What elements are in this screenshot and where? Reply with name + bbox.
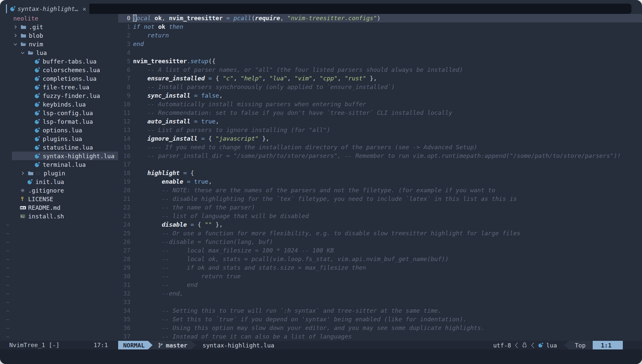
code-line-text: sync_install = false, [133, 91, 223, 100]
code-line-10[interactable]: 10 -- Automatically install missing pars… [118, 100, 642, 109]
line-number: 2 [118, 31, 130, 40]
line-number: 26 [118, 238, 130, 246]
code-line-0[interactable]: 0local ok, nvim_treesitter = pcall(requi… [118, 14, 642, 23]
chevron-right-icon [13, 33, 21, 38]
tree-item-gitignore[interactable]: .gitignore [0, 186, 118, 195]
code-line-1[interactable]: 1if not ok then [118, 23, 642, 31]
tree-item-fuzzy-finder-lua[interactable]: fuzzy-finder.lua [0, 91, 118, 100]
tree-item-keybinds-lua[interactable]: keybinds.lua [0, 100, 118, 109]
chevron-right-icon [13, 25, 21, 29]
code-line-text: -- return true [133, 272, 241, 281]
code-line-12[interactable]: 12 auto_install = true, [118, 117, 642, 126]
tree-item-license[interactable]: LICENSE [0, 195, 118, 203]
tree-item-label: lua [36, 49, 47, 56]
code-line-25[interactable]: 25 -- Or use a function for more flexibi… [118, 229, 642, 238]
code-line-21[interactable]: 21 -- disable highlighting for the `tex`… [118, 195, 642, 203]
code-line-11[interactable]: 11 -- Recommendation: set to false if yo… [118, 109, 642, 117]
code-line-6[interactable]: 6 -- A list of parser names, or "all" (t… [118, 66, 642, 74]
code-line-26[interactable]: 26 --disable = function(lang, buf) [118, 238, 642, 246]
code-line-13[interactable]: 13 -- List of parsers to ignore installi… [118, 126, 642, 134]
tab-syntax-highlight[interactable]: syntax-highlight… × [6, 4, 86, 14]
tree-item-lsp-format-lua[interactable]: lsp-format.lua [0, 117, 118, 126]
code-line-27[interactable]: 27 -- local max_filesize = 100 * 1024 --… [118, 246, 642, 255]
tree-item-syntax-highlight-lua[interactable]: syntax-highlight.lua [0, 152, 118, 160]
code-line-9[interactable]: 9 sync_install = false, [118, 91, 642, 100]
code-line-text: -- end [133, 281, 198, 289]
tree-item-file-tree-lua[interactable]: file-tree.lua [0, 83, 118, 91]
code-line-text: return [133, 31, 169, 40]
tree-item-lsp-config-lua[interactable]: lsp-config.lua [0, 109, 118, 117]
code-line-23[interactable]: 23 -- list of language that will be disa… [118, 212, 642, 220]
code-line-19[interactable]: 19 enable = true, [118, 177, 642, 186]
code-line-30[interactable]: 30 -- return true [118, 272, 642, 281]
statusline-filetype: lua [538, 341, 557, 349]
code-line-text: -- disable highlighting for the `tex` fi… [133, 195, 517, 203]
tree-item-label: syntax-highlight.lua [43, 153, 115, 159]
tree-item-label: options.lua [43, 127, 82, 134]
code-line-24[interactable]: 24 disable = { "" }, [118, 220, 642, 229]
code-line-16[interactable]: 16 -- parser_install_dir = "/some/path/t… [118, 152, 642, 160]
linux-icon [522, 341, 527, 349]
lua-icon [34, 162, 42, 167]
tree-item-label: README.md [28, 204, 61, 211]
code-line-34[interactable]: 34 -- Setting this to true will run `:h … [118, 306, 642, 315]
tree-item-colorschemes-lua[interactable]: colorschemes.lua [0, 66, 118, 74]
empty-line-tilde: ~ [0, 332, 118, 341]
code-line-32[interactable]: 32 --end, [118, 289, 642, 298]
code-line-36[interactable]: 36 -- Using this option may slow down yo… [118, 324, 642, 332]
tree-item-label: .gitignore [28, 187, 64, 194]
tree-item-completions-lua[interactable]: completions.lua [0, 74, 118, 83]
code-line-text: -- List of parsers to ignore installing … [133, 126, 330, 134]
tree-item-plugins-lua[interactable]: plugins.lua [0, 134, 118, 143]
empty-line-tilde: ~ [0, 246, 118, 255]
tree-item-git[interactable]: .git [0, 23, 118, 31]
tree-item-buffer-tabs-lua[interactable]: buffer-tabs.lua [0, 57, 118, 66]
line-number: 0 [118, 14, 130, 23]
code-line-29[interactable]: 29 -- if ok and stats and stats.size > m… [118, 263, 642, 272]
tree-item-readme-md[interactable]: README.md [0, 203, 118, 212]
tabline-empty-strip [89, 4, 631, 14]
code-line-5[interactable]: 5nvim_treesitter.setup({ [118, 57, 642, 66]
code-line-8[interactable]: 8 -- Install parsers synchronously (only… [118, 83, 642, 91]
tree-item-options-lua[interactable]: options.lua [0, 126, 118, 134]
code-line-text: -- local max_filesize = 100 * 1024 -- 10… [133, 246, 334, 255]
tree-item-init-lua[interactable]: init.lua [0, 177, 118, 186]
tree-item-terminal-lua[interactable]: terminal.lua [0, 160, 118, 169]
code-line-15[interactable]: 15 ---- If you need to change the instal… [118, 143, 642, 152]
empty-line-tilde: ~ [0, 220, 118, 229]
code-line-text: --disable = function(lang, buf) [133, 238, 273, 246]
tab-active-indicator [6, 4, 7, 13]
statusline-cursor-position: 1:1 [588, 341, 623, 349]
tree-item-plugin[interactable]: plugin [0, 169, 118, 177]
code-line-22[interactable]: 22 -- the name of the parser) [118, 203, 642, 212]
tree-item-neolite[interactable]: neolite [0, 14, 118, 23]
code-line-31[interactable]: 31 -- end [118, 281, 642, 289]
statusline-nvimtree-segment: NvimTree_1 [-] 17:1 [0, 341, 118, 349]
close-icon[interactable]: × [82, 5, 86, 13]
empty-line-tilde: ~ [0, 289, 118, 298]
tree-item-nvim[interactable]: nvim [0, 40, 118, 48]
code-line-18[interactable]: 18 highlight = { [118, 169, 642, 177]
tree-item-install-sh[interactable]: install.sh [0, 212, 118, 220]
tree-item-blob[interactable]: blob [0, 31, 118, 40]
code-line-37[interactable]: 37 -- Instead of true it can also be a l… [118, 332, 642, 341]
line-number: 3 [118, 40, 130, 48]
code-line-14[interactable]: 14 ignore_install = { "javascript" }, [118, 134, 642, 143]
lua-icon [34, 76, 42, 81]
tree-item-lua[interactable]: lua [0, 48, 118, 57]
line-number: 15 [118, 143, 130, 152]
code-line-35[interactable]: 35 -- Set this to `true` if you depend o… [118, 315, 642, 324]
code-line-4[interactable]: 4 [118, 48, 642, 57]
line-number: 30 [118, 272, 130, 281]
code-line-text: if not ok then [133, 23, 183, 31]
code-line-33[interactable]: 33 [118, 298, 642, 306]
code-line-2[interactable]: 2 return [118, 31, 642, 40]
lua-icon [34, 145, 42, 150]
code-line-7[interactable]: 7 ensure_installed = { "c", "help", "lua… [118, 74, 642, 83]
code-line-28[interactable]: 28 -- local ok, stats = pcall(vim.loop.f… [118, 255, 642, 263]
tree-item-statusline-lua[interactable]: statusline.lua [0, 143, 118, 152]
code-line-17[interactable]: 17 [118, 160, 642, 169]
line-number: 19 [118, 177, 130, 186]
code-line-20[interactable]: 20 -- NOTE: these are the names of the p… [118, 186, 642, 195]
code-line-3[interactable]: 3end [118, 40, 642, 48]
